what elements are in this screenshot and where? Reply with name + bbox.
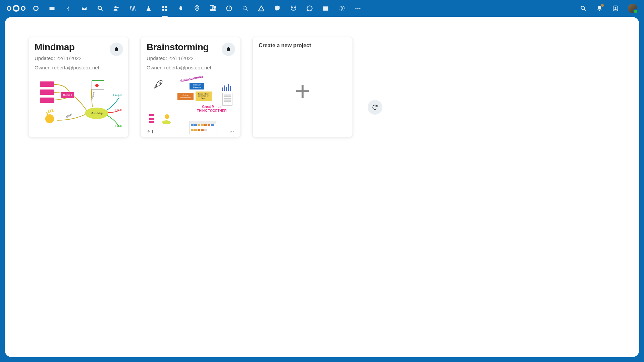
svg-point-3 — [117, 7, 119, 8]
project-owner: Owner: roberta@posteox.net — [35, 64, 122, 71]
files-icon[interactable] — [48, 5, 56, 12]
more-apps-icon[interactable] — [354, 5, 362, 12]
mail-icon[interactable] — [80, 5, 88, 12]
svg-point-6 — [162, 9, 165, 11]
svg-point-0 — [34, 6, 38, 10]
svg-point-2 — [114, 6, 117, 8]
main-content-area: Mindmap Updated: 22/11/2022 Owner: rober… — [5, 17, 639, 357]
svg-point-8 — [196, 7, 198, 8]
search-icon[interactable] — [580, 5, 587, 12]
delete-project-button[interactable] — [110, 43, 123, 56]
svg-point-15 — [581, 6, 584, 9]
project-card-grid: Mindmap Updated: 22/11/2022 Owner: rober… — [28, 37, 616, 137]
warning-icon[interactable] — [258, 5, 265, 12]
mindmap-theme-label: Thema 1 — [61, 92, 74, 98]
svg-point-17 — [615, 7, 616, 9]
svg-point-5 — [165, 6, 167, 8]
project-updated: Updated: 22/11/2022 — [147, 55, 234, 62]
nextcloud-logo[interactable] — [7, 5, 25, 12]
project-card-mindmap[interactable]: Mindmap Updated: 22/11/2022 Owner: rober… — [28, 37, 129, 137]
app-navigation: TM●●DB — [32, 5, 580, 12]
svg-point-7 — [165, 9, 167, 11]
project-title: Mindmap — [35, 42, 122, 53]
user-avatar[interactable] — [628, 4, 637, 13]
whiteboard-app-icon[interactable] — [161, 5, 168, 12]
compass-icon[interactable] — [338, 5, 345, 12]
mindmap-center-label: Mind-Map — [85, 108, 108, 119]
scratch-icon[interactable] — [129, 5, 136, 12]
mastodon-icon[interactable] — [274, 5, 281, 12]
top-navigation-bar: TM●●DB — [0, 0, 644, 17]
maps-icon[interactable] — [193, 5, 201, 12]
project-card-brainstorming[interactable]: Brainstorming Updated: 22/11/2022 Owner:… — [140, 37, 241, 137]
svg-point-14 — [359, 8, 360, 9]
project-owner: Owner: roberta@posteox.net — [147, 64, 234, 71]
plus-icon: + — [295, 78, 311, 105]
project-thumbnail: Thema 1 Mind-Map Videos Bilder Hauptz Ha… — [35, 74, 122, 134]
finance-icon[interactable] — [177, 5, 184, 12]
chat-icon[interactable] — [306, 5, 313, 12]
svg-point-18 — [159, 82, 161, 83]
power-icon[interactable] — [225, 5, 233, 12]
project-updated: Updated: 22/11/2022 — [35, 55, 122, 62]
header-right-controls — [580, 4, 637, 13]
create-project-card[interactable]: Create a new project + — [252, 37, 353, 137]
chemistry-icon[interactable] — [145, 5, 152, 12]
notifications-icon[interactable] — [596, 5, 603, 12]
contacts-group-icon[interactable] — [113, 5, 120, 12]
trash-icon — [225, 46, 231, 52]
search-app-icon[interactable] — [97, 5, 104, 12]
activity-icon[interactable] — [64, 5, 72, 12]
svg-point-12 — [356, 8, 357, 9]
svg-point-13 — [357, 8, 358, 9]
project-thumbnail: Brainstorming DSGVO Konform Online White… — [147, 74, 234, 134]
create-project-label: Create a new project — [259, 43, 346, 49]
contacts-icon[interactable] — [612, 5, 619, 12]
delete-project-button[interactable] — [222, 43, 235, 56]
inspect-icon[interactable] — [241, 5, 249, 12]
dashboard-icon[interactable] — [32, 5, 40, 12]
svg-point-1 — [98, 6, 101, 9]
archive-icon[interactable] — [322, 5, 329, 12]
refresh-button[interactable] — [368, 100, 382, 115]
svg-point-10 — [243, 6, 246, 9]
refresh-icon — [372, 104, 378, 111]
project-title: Brainstorming — [147, 42, 234, 53]
gitlab-icon[interactable] — [290, 5, 297, 12]
tmdb-icon[interactable]: TM●●DB — [209, 5, 217, 12]
trash-icon — [113, 46, 119, 52]
svg-point-4 — [162, 6, 165, 8]
